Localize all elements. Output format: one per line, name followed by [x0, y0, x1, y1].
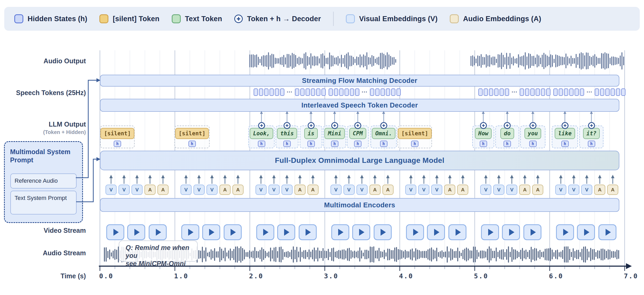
speech-token-square: [536, 88, 540, 96]
audio-embedding-chip: A: [219, 185, 231, 195]
visual-embedding-chip: V: [255, 185, 267, 195]
llm-token-silent: [silent]h: [100, 126, 135, 148]
embedding-up-arrow-head: [572, 175, 576, 178]
band-interleaved-speech-token-decoder: Interleaved Speech Token Decoder: [100, 99, 619, 112]
speech-token-square: [295, 88, 299, 96]
visual-embedding-chip: V: [193, 185, 205, 195]
embedding-up-arrow-head: [148, 175, 152, 178]
hidden-state-chip: h: [331, 141, 338, 147]
speech-token-square: [375, 88, 380, 96]
embedding-up-arrow-head: [523, 175, 527, 178]
hidden-state-chip: h: [258, 141, 265, 147]
plus-decoder-icon: [308, 122, 315, 129]
speech-token-square: [280, 88, 284, 96]
audio-embedding-chip: A: [382, 185, 394, 195]
text-system-prompt-box: Text System Prompt: [10, 191, 77, 214]
speech-token-square: [381, 88, 385, 96]
audio-output-waveform: [471, 53, 624, 69]
speech-token-group: ···: [254, 88, 326, 96]
token-chip: like: [555, 128, 575, 139]
hidden-state-chip: h: [114, 141, 121, 147]
audio-swatch-icon: [450, 14, 459, 23]
legend-item-label: Audio Embeddings (A): [463, 15, 541, 23]
visual-embedding-chip: V: [268, 185, 280, 195]
embedding-up-arrow-head: [259, 175, 263, 178]
embedding-up-arrow-head: [223, 175, 227, 178]
speech-token-square: [355, 88, 359, 96]
embedding-up-arrow-head: [611, 175, 615, 178]
video-frame-play-button: [299, 224, 317, 240]
embedding-up-arrow-head: [448, 175, 452, 178]
band-interleaved-speech-token-decoder-label: Interleaved Speech Token Decoder: [301, 101, 418, 109]
play-icon: [413, 229, 418, 236]
embedding-up-arrow-head: [272, 175, 276, 178]
speech-token-square: [564, 88, 568, 96]
embedding-up-arrow-head: [409, 175, 413, 178]
legend-divider: [333, 12, 334, 26]
speech-token-square: [478, 88, 483, 96]
hidden-state-chip: h: [307, 141, 315, 147]
embedding-up-arrow-head: [598, 175, 602, 178]
audio-embedding-chip: A: [294, 185, 306, 195]
legend-item-hidden: Hidden States (h): [14, 14, 87, 23]
embedding-up-arrow-head: [334, 175, 338, 178]
legend-item-audio: Audio Embeddings (A): [450, 14, 541, 23]
row-label-audio-stream: Audio Stream: [0, 249, 86, 257]
audio-embedding-chip: A: [369, 185, 381, 195]
hidden-state-chip: h: [504, 141, 511, 147]
embedding-up-arrow-head: [161, 175, 165, 178]
plus-decoder-icon: [480, 122, 487, 129]
row-label-time: Time (s): [0, 272, 86, 280]
axis-tick-label: 0.0: [99, 272, 113, 280]
visual-embedding-chip: V: [131, 185, 143, 195]
speech-token-square: [316, 88, 320, 96]
plus-decoder-icon: [258, 122, 265, 129]
audio-embedding-chip: A: [457, 185, 468, 195]
speech-token-group: ···: [478, 88, 550, 96]
audio-embedding-chip: A: [157, 185, 169, 195]
embedding-up-arrow-head: [197, 175, 201, 178]
hidden-state-chip: h: [529, 141, 537, 147]
row-label-llm-output-sub: (Token + Hidden): [0, 129, 86, 135]
audio-embedding-chip: A: [144, 185, 156, 195]
multimodal-system-prompt-title: Multimodal System Prompt: [5, 142, 82, 164]
speech-token-square: [329, 88, 333, 96]
visual-embedding-chip: V: [555, 185, 566, 195]
embedding-up-arrow-head: [298, 175, 302, 178]
band-full-duplex-llm-label: Full-Duplex Omnimodal Large Language Mod…: [275, 156, 444, 165]
play-icon: [263, 229, 268, 236]
time-axis-arrowhead: [626, 263, 632, 269]
speech-token-square: [575, 88, 579, 96]
speech-token-square: [396, 88, 401, 96]
axis-tick-label: 3.0: [324, 272, 338, 280]
axis-tick-label: 2.0: [249, 272, 263, 280]
speech-token-square: [321, 88, 326, 96]
legend-item-label: [silent] Token: [113, 15, 159, 23]
embedding-up-arrow-head: [461, 175, 465, 178]
speech-token-square: [391, 88, 395, 96]
embedding-up-arrow-head: [373, 175, 377, 178]
speech-token-square: [386, 88, 390, 96]
speech-token-square: [546, 88, 550, 96]
embedding-up-arrow-head: [236, 175, 240, 178]
hidden-swatch-icon: [14, 14, 23, 23]
video-frame-play-button: [502, 224, 520, 240]
video-frame-play-button: [256, 224, 274, 240]
speech-token-square: [334, 88, 338, 96]
speech-token-square: [306, 88, 310, 96]
axis-tick-label: 1.0: [174, 272, 188, 280]
video-frame-play-button: [481, 224, 499, 240]
speech-token-square: [494, 88, 499, 96]
embedding-up-arrow-head: [422, 175, 426, 178]
llm-token-silent: [silent]h: [398, 126, 432, 148]
token-chip: Omni.: [372, 128, 395, 139]
user-question-bubble: Q: Remind me when you see MiniCPM-Omni: [119, 240, 198, 262]
speech-token-square: [264, 88, 268, 96]
plus-decoder-icon: [504, 122, 511, 129]
video-frame-play-button: [202, 224, 220, 240]
legend-item-label: Text Token: [185, 15, 222, 23]
text-swatch-icon: [172, 14, 181, 23]
visual-embedding-chip: V: [418, 185, 429, 195]
speech-token-square: [484, 88, 488, 96]
speech-token-square: [621, 88, 625, 96]
